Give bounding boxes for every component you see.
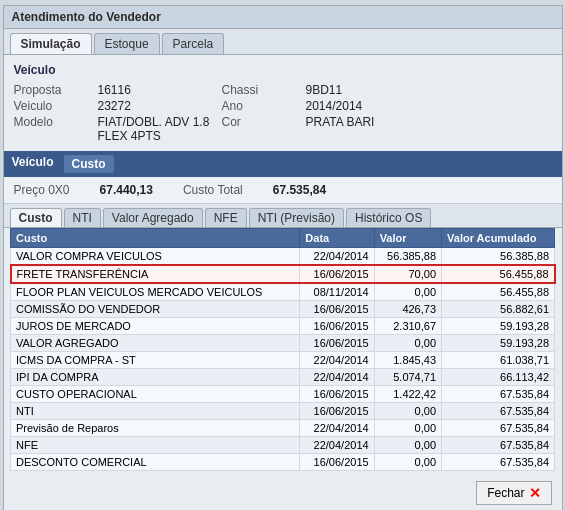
- cell-valor: 70,00: [374, 265, 441, 283]
- cell-custo: JUROS DE MERCADO: [11, 318, 300, 335]
- preco-value: 67.440,13: [100, 183, 153, 197]
- cell-data: 22/04/2014: [300, 437, 374, 454]
- veiculo-label: Veiculo: [14, 99, 94, 113]
- col-acumulado: Valor Acumulado: [442, 229, 555, 248]
- inner-tabs-bar: Custo NTI Valor Agregado NFE NTI (Previs…: [4, 204, 562, 228]
- table-row: VALOR AGREGADO16/06/20150,0059.193,28: [11, 335, 555, 352]
- inner-tab-custo[interactable]: Custo: [10, 208, 62, 227]
- fechar-label: Fechar: [487, 486, 524, 500]
- table-row: NTI16/06/20150,0067.535,84: [11, 403, 555, 420]
- blue-header: Veículo Custo: [4, 151, 562, 177]
- inner-tab-nti-previsao[interactable]: NTI (Previsão): [249, 208, 344, 227]
- table-row: CUSTO OPERACIONAL16/06/20151.422,4267.53…: [11, 386, 555, 403]
- cell-data: 16/06/2015: [300, 318, 374, 335]
- main-window: Atendimento do Vendedor Simulação Estoqu…: [3, 5, 563, 510]
- cell-acumulado: 56.882,61: [442, 301, 555, 318]
- table-row: ICMS DA COMPRA - ST22/04/20141.845,4361.…: [11, 352, 555, 369]
- tab-estoque[interactable]: Estoque: [94, 33, 160, 54]
- col-valor: Valor: [374, 229, 441, 248]
- veiculo-section: Veículo Proposta 16116 Chassi 9BD11 Veic…: [4, 55, 562, 151]
- cell-data: 16/06/2015: [300, 403, 374, 420]
- fechar-button[interactable]: Fechar ✕: [476, 481, 551, 505]
- table-row: FLOOR PLAN VEICULOS MERCADO VEICULOS08/1…: [11, 283, 555, 301]
- table-container: Custo Data Valor Valor Acumulado VALOR C…: [4, 228, 562, 475]
- cell-valor: 0,00: [374, 403, 441, 420]
- ano-label: Ano: [222, 99, 302, 113]
- cell-data: 16/06/2015: [300, 454, 374, 471]
- cell-data: 22/04/2014: [300, 352, 374, 369]
- cell-data: 22/04/2014: [300, 369, 374, 386]
- preco-label: Preço 0X0: [14, 183, 70, 197]
- table-row: COMISSÃO DO VENDEDOR16/06/2015426,7356.8…: [11, 301, 555, 318]
- cell-custo: ICMS DA COMPRA - ST: [11, 352, 300, 369]
- cell-valor: 56.385,88: [374, 248, 441, 266]
- table-row: Previsão de Reparos22/04/20140,0067.535,…: [11, 420, 555, 437]
- tab-simulacao[interactable]: Simulação: [10, 33, 92, 54]
- cell-acumulado: 59.193,28: [442, 318, 555, 335]
- cell-custo: Previsão de Reparos: [11, 420, 300, 437]
- custo-total-value: 67.535,84: [273, 183, 326, 197]
- cell-data: 16/06/2015: [300, 301, 374, 318]
- col-data: Data: [300, 229, 374, 248]
- cell-valor: 5.074,71: [374, 369, 441, 386]
- window-title: Atendimento do Vendedor: [4, 6, 562, 29]
- chassi-value: 9BD11: [306, 83, 426, 97]
- cell-custo: FLOOR PLAN VEICULOS MERCADO VEICULOS: [11, 283, 300, 301]
- cell-valor: 0,00: [374, 420, 441, 437]
- cell-valor: 0,00: [374, 437, 441, 454]
- cell-valor: 1.845,43: [374, 352, 441, 369]
- inner-tab-valor-agregado[interactable]: Valor Agregado: [103, 208, 203, 227]
- inner-tab-nti[interactable]: NTI: [64, 208, 101, 227]
- cell-data: 08/11/2014: [300, 283, 374, 301]
- cell-acumulado: 67.535,84: [442, 437, 555, 454]
- custo-table: Custo Data Valor Valor Acumulado VALOR C…: [10, 228, 556, 471]
- cell-acumulado: 67.535,84: [442, 454, 555, 471]
- inner-tab-historico-os[interactable]: Histórico OS: [346, 208, 431, 227]
- cell-custo: CUSTO OPERACIONAL: [11, 386, 300, 403]
- cell-custo: IPI DA COMPRA: [11, 369, 300, 386]
- inner-tab-nfe[interactable]: NFE: [205, 208, 247, 227]
- modelo-label: Modelo: [14, 115, 94, 143]
- cell-acumulado: 56.455,88: [442, 265, 555, 283]
- modelo-value: FIAT/DOBL. ADV 1.8 FLEX 4PTS: [98, 115, 218, 143]
- table-row: IPI DA COMPRA22/04/20145.074,7166.113,42: [11, 369, 555, 386]
- proposta-label: Proposta: [14, 83, 94, 97]
- table-row: FRETE TRANSFERÊNCIA16/06/201570,0056.455…: [11, 265, 555, 283]
- cell-data: 22/04/2014: [300, 420, 374, 437]
- cell-valor: 1.422,42: [374, 386, 441, 403]
- cor-label: Cor: [222, 115, 302, 143]
- cell-valor: 2.310,67: [374, 318, 441, 335]
- col-custo: Custo: [11, 229, 300, 248]
- cell-valor: 426,73: [374, 301, 441, 318]
- blue-tab-veiculo[interactable]: Veículo: [12, 155, 54, 173]
- cell-custo: FRETE TRANSFERÊNCIA: [11, 265, 300, 283]
- cell-acumulado: 56.455,88: [442, 283, 555, 301]
- table-header-row: Custo Data Valor Valor Acumulado: [11, 229, 555, 248]
- blue-tab-custo[interactable]: Custo: [64, 155, 114, 173]
- cor-value: PRATA BARI: [306, 115, 426, 143]
- cell-acumulado: 61.038,71: [442, 352, 555, 369]
- footer: Fechar ✕: [4, 475, 562, 510]
- veiculo-info-grid: Proposta 16116 Chassi 9BD11 Veiculo 2327…: [14, 83, 552, 143]
- table-row: VALOR COMPRA VEICULOS22/04/201456.385,88…: [11, 248, 555, 266]
- close-icon: ✕: [529, 485, 541, 501]
- cell-data: 16/06/2015: [300, 386, 374, 403]
- cell-custo: VALOR AGREGADO: [11, 335, 300, 352]
- cell-data: 22/04/2014: [300, 248, 374, 266]
- top-tabs-bar: Simulação Estoque Parcela: [4, 29, 562, 55]
- cell-data: 16/06/2015: [300, 335, 374, 352]
- cell-acumulado: 67.535,84: [442, 403, 555, 420]
- cell-valor: 0,00: [374, 283, 441, 301]
- tab-parcela[interactable]: Parcela: [162, 33, 225, 54]
- cell-custo: NTI: [11, 403, 300, 420]
- veiculo-value: 23272: [98, 99, 218, 113]
- table-row: JUROS DE MERCADO16/06/20152.310,6759.193…: [11, 318, 555, 335]
- chassi-label: Chassi: [222, 83, 302, 97]
- table-row: NFE22/04/20140,0067.535,84: [11, 437, 555, 454]
- cell-custo: COMISSÃO DO VENDEDOR: [11, 301, 300, 318]
- cell-custo: DESCONTO COMERCIAL: [11, 454, 300, 471]
- table-row: DESCONTO COMERCIAL16/06/20150,0067.535,8…: [11, 454, 555, 471]
- custo-total-label: Custo Total: [183, 183, 243, 197]
- cell-data: 16/06/2015: [300, 265, 374, 283]
- ano-value: 2014/2014: [306, 99, 426, 113]
